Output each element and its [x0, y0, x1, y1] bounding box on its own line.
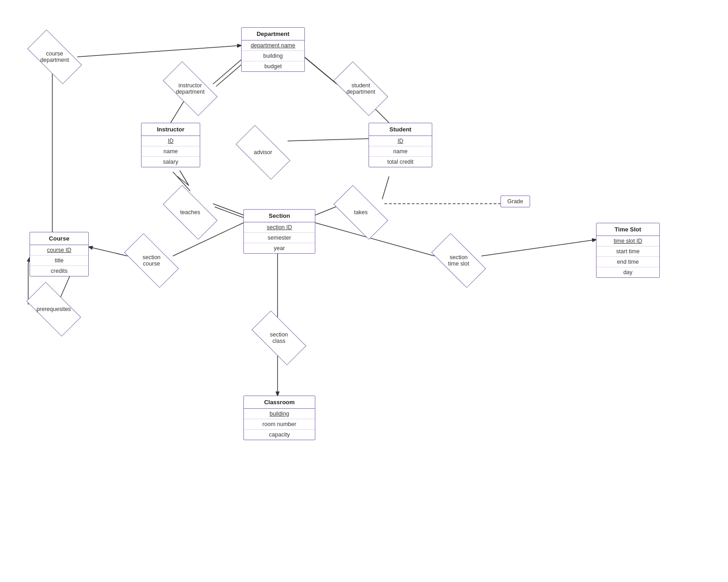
entity-student-attr-credit: total credit: [369, 157, 432, 167]
entity-classroom-attr-roomnum: room number: [244, 419, 315, 430]
diamond-section-course-shape: [124, 233, 179, 288]
svg-line-11: [180, 171, 189, 186]
diamond-instructor-department-shape: [163, 61, 217, 116]
entity-department-title: Department: [242, 28, 304, 40]
entity-classroom-title: Classroom: [244, 396, 315, 409]
diamond-teaches: teaches: [165, 196, 215, 229]
entity-section-attr-year: year: [244, 243, 315, 253]
entity-section-attr-semester: semester: [244, 233, 315, 243]
diamond-teaches-shape: [163, 185, 217, 240]
entity-instructor-title: Instructor: [142, 123, 200, 136]
entity-course-attr-id: course ID: [30, 245, 88, 256]
entity-student-attr-name: name: [369, 146, 432, 157]
svg-line-0: [77, 45, 241, 57]
entity-student: Student ID name total credit: [369, 123, 432, 167]
svg-line-10: [177, 176, 189, 186]
er-diagram: Department department name building budg…: [0, 0, 728, 582]
diamond-section-timeslot: sectiontime slot: [434, 244, 484, 277]
diamond-section-timeslot-shape: [431, 233, 486, 288]
svg-line-21: [481, 240, 596, 256]
entity-department-attr-building: building: [242, 51, 304, 61]
entity-classroom: Classroom building room number capacity: [243, 396, 315, 440]
entity-section: Section section ID semester year: [243, 209, 315, 254]
svg-line-12: [213, 204, 243, 215]
entity-timeslot: Time Slot time slot ID start time end ti…: [596, 223, 660, 278]
entity-classroom-attr-building: building: [244, 409, 315, 419]
entity-course-title: Course: [30, 232, 88, 245]
entity-student-attr-id: ID: [369, 136, 432, 146]
diamond-prereqs: prerequesites: [29, 292, 79, 326]
entity-department-attr-name: department name: [242, 40, 304, 51]
svg-line-18: [89, 247, 127, 256]
entity-classroom-attr-capacity: capacity: [244, 430, 315, 440]
svg-line-13: [215, 207, 245, 218]
entity-timeslot-attr-end: end time: [597, 257, 659, 267]
diamond-takes: takes: [336, 196, 386, 229]
entity-instructor-attr-id: ID: [142, 136, 200, 146]
entity-student-title: Student: [369, 123, 432, 136]
diamond-instructor-department: instructordepartment: [165, 72, 215, 105]
entity-instructor-attr-name: name: [142, 146, 200, 157]
entity-course-attr-title: title: [30, 256, 88, 266]
entity-timeslot-title: Time Slot: [597, 223, 659, 236]
entity-course: Course course ID title credits: [30, 232, 89, 276]
diamond-advisor: advisor: [238, 135, 288, 169]
diamond-prereqs-shape: [26, 282, 81, 336]
diamond-student-department: studentdepartment: [336, 72, 386, 105]
svg-line-9: [288, 139, 369, 141]
entity-instructor: Instructor ID name salary: [141, 123, 200, 167]
diamond-advisor-shape: [236, 125, 290, 180]
entity-course-attr-credits: credits: [30, 266, 88, 276]
diamond-student-department-shape: [334, 61, 388, 116]
entity-department-attr-budget: budget: [242, 61, 304, 71]
entity-instructor-attr-salary: salary: [142, 157, 200, 167]
diamond-section-class-shape: [252, 311, 306, 365]
diamond-course-department-shape: [27, 30, 82, 84]
entity-section-title: Section: [244, 210, 315, 222]
diamond-section-course: sectioncourse: [126, 244, 177, 277]
entity-timeslot-attr-day: day: [597, 267, 659, 277]
entity-timeslot-attr-id: time slot ID: [597, 236, 659, 246]
entity-timeslot-attr-start: start time: [597, 246, 659, 257]
entity-department: Department department name building budg…: [241, 27, 305, 72]
diamond-course-department: coursedepartment: [30, 40, 80, 74]
entity-section-attr-id: section ID: [244, 222, 315, 233]
diamond-takes-shape: [334, 185, 388, 240]
diamond-section-class: sectionclass: [254, 321, 304, 355]
attr-grade: Grade: [500, 196, 530, 207]
